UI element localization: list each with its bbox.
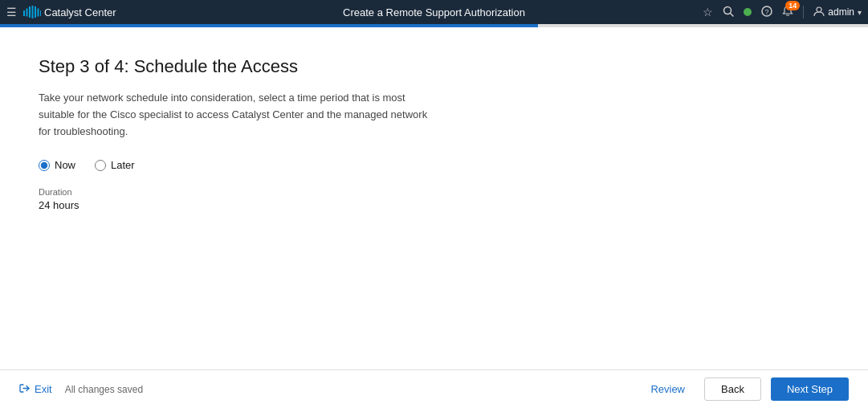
duration-section: Duration 24 hours — [39, 187, 829, 211]
svg-text:?: ? — [765, 8, 769, 16]
saved-status: All changes saved — [65, 384, 143, 395]
star-icon[interactable]: ☆ — [703, 6, 713, 18]
svg-rect-0 — [23, 10, 25, 16]
exit-icon — [19, 383, 30, 396]
radio-label-now: Now — [55, 159, 75, 171]
schedule-radio-group: Now Later — [39, 159, 829, 171]
user-menu[interactable]: admin ▾ — [813, 6, 862, 19]
nav-divider — [803, 6, 804, 18]
cisco-logo: Catalyst Center — [23, 6, 116, 18]
notification-bell[interactable]: 14 — [782, 6, 793, 19]
svg-line-8 — [731, 13, 734, 16]
step-title: Step 3 of 4: Schedule the Access — [39, 56, 829, 77]
main-content: Step 3 of 4: Schedule the Access Take yo… — [0, 27, 868, 369]
svg-rect-6 — [40, 10, 41, 16]
svg-rect-5 — [38, 9, 39, 17]
exit-button[interactable]: Exit — [19, 383, 52, 396]
svg-rect-2 — [29, 6, 31, 18]
svg-rect-3 — [32, 6, 34, 18]
svg-rect-4 — [35, 6, 36, 18]
nav-left: ☰ Catalyst Center — [6, 6, 116, 18]
page-title: Create a Remote Support Authorization — [343, 6, 525, 18]
top-navigation: ☰ Catalyst Center Create a Remote Suppor… — [0, 0, 868, 24]
notification-count: 14 — [785, 1, 800, 10]
back-button[interactable]: Back — [704, 377, 761, 401]
nav-right: ☆ ? 14 — [703, 6, 862, 19]
hamburger-menu-icon[interactable]: ☰ — [6, 6, 17, 18]
bottom-actions: Review Back Next Step — [641, 377, 849, 401]
user-icon — [813, 6, 825, 19]
user-name: admin — [828, 6, 854, 18]
review-button[interactable]: Review — [641, 378, 695, 400]
step-description: Take your network schedule into consider… — [39, 90, 440, 140]
svg-point-12 — [817, 7, 821, 12]
exit-label: Exit — [35, 383, 52, 395]
svg-rect-1 — [26, 9, 28, 17]
status-indicator — [744, 8, 752, 16]
radio-input-later[interactable] — [95, 160, 106, 171]
user-caret-icon: ▾ — [858, 8, 862, 17]
duration-label: Duration — [39, 187, 829, 197]
bottom-bar: Exit All changes saved Review Back Next … — [0, 369, 868, 408]
app-title: Catalyst Center — [44, 6, 116, 18]
radio-option-later[interactable]: Later — [95, 159, 135, 171]
radio-option-now[interactable]: Now — [39, 159, 75, 171]
help-icon[interactable]: ? — [761, 6, 772, 19]
next-step-button[interactable]: Next Step — [771, 377, 849, 401]
radio-input-now[interactable] — [39, 160, 50, 171]
search-icon[interactable] — [723, 6, 734, 19]
radio-label-later: Later — [111, 159, 135, 171]
duration-value: 24 hours — [39, 199, 829, 211]
cisco-logo-mark — [23, 6, 41, 18]
